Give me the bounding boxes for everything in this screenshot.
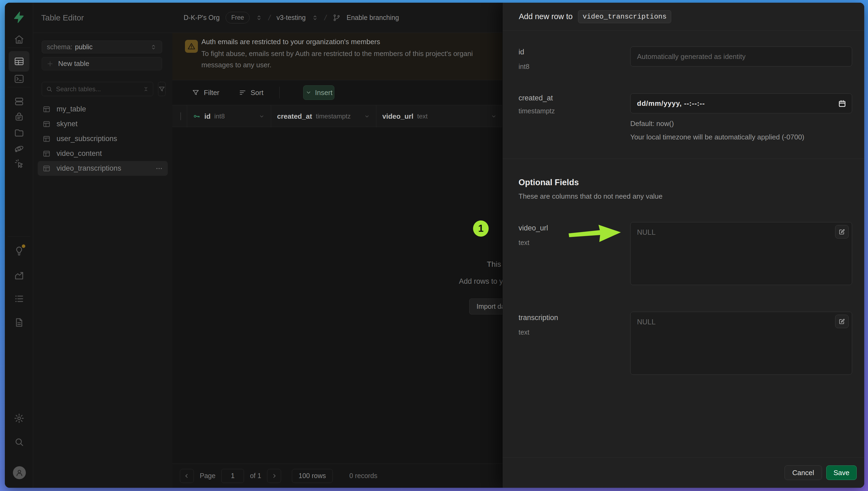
panel-title: Add new row to [519,12,573,21]
table-list-item-selected[interactable]: video_transcriptions [38,161,168,176]
page-number-input[interactable] [221,469,244,483]
new-table-button[interactable]: New table [42,57,162,70]
notification-dot [22,244,25,248]
page-label: Page [200,472,215,480]
nav-table-editor-active[interactable] [9,51,29,71]
table-icon [42,135,51,143]
sort-label: Sort [251,89,264,97]
sql-editor-icon[interactable] [14,74,25,84]
search-tables-input[interactable] [42,82,153,96]
sort-icon [239,89,247,96]
search-tables-field[interactable] [56,85,140,93]
optional-fields-subtitle: These are columns that do not need any v… [519,192,663,201]
selector-icon [150,44,157,51]
org-selector-icon[interactable] [256,14,262,21]
table-sidebar: Table Editor schema: public New table [33,3,172,488]
cancel-button[interactable]: Cancel [784,465,822,480]
table-list-item[interactable]: my_table [38,102,168,117]
database-icon[interactable] [14,96,25,107]
schema-label: schema: [47,43,72,51]
id-input-wrap [630,47,852,66]
banner-body-line1: To fight abuse, emails sent by Auth are … [201,50,473,58]
reports-icon[interactable] [14,270,25,281]
sort-button[interactable]: Sort [239,89,264,97]
filter-button[interactable]: Filter [192,89,220,97]
realtime-icon[interactable] [14,158,25,169]
sidebar-filter-button[interactable] [158,82,166,96]
settings-icon[interactable] [14,413,25,424]
schema-value: public [75,43,92,51]
search-icon[interactable] [14,437,25,447]
column-type: timestamptz [316,113,351,120]
column-header-created-at[interactable]: created_at timestamptz [271,105,376,127]
new-table-label: New table [58,59,89,68]
expand-editor-button[interactable] [835,315,849,328]
optional-fields-title: Optional Fields [519,178,579,187]
plan-badge: Free [226,12,250,23]
select-all-checkbox[interactable] [180,112,181,120]
chevron-down-icon[interactable] [364,113,370,119]
panel-header: Add new row to video_transcriptions [503,3,864,31]
table-name: video_content [57,149,102,158]
table-list-item[interactable]: skynet [38,117,168,132]
chevron-down-icon[interactable] [491,113,497,119]
account-avatar[interactable] [13,466,26,479]
project-selector-icon[interactable] [312,14,318,21]
column-name: video_url [382,112,413,121]
rail-divider [7,48,30,48]
id-input[interactable] [631,47,852,66]
project-name[interactable]: v3-testing [277,14,306,22]
table-name: user_subscriptions [57,135,117,143]
arrow-left-icon [183,472,190,480]
api-docs-icon[interactable] [14,317,25,328]
auth-icon[interactable] [14,111,25,122]
section-divider [503,158,864,159]
rail-divider [7,236,30,237]
chevron-down-icon [305,89,312,96]
table-icon [42,105,51,113]
prev-page-button[interactable] [180,469,194,483]
field-label-created-at: created_at [519,94,553,102]
warning-icon [185,40,198,53]
edge-functions-icon[interactable] [14,143,25,154]
table-list-item[interactable]: user_subscriptions [38,132,168,146]
edit-icon [838,318,845,325]
rows-per-page-button[interactable]: 100 rows [292,469,332,483]
column-header-id[interactable]: id int8 [187,105,271,127]
field-label-id: id [519,48,524,56]
created-at-input[interactable]: dd/mm/yyyy, --:--:-- [630,93,852,113]
home-icon[interactable] [14,34,25,45]
storage-icon[interactable] [14,127,25,138]
advisors-icon[interactable] [14,245,25,256]
schema-select[interactable]: schema: public [42,41,162,53]
page-total: of 1 [250,472,261,480]
field-label-transcription: transcription [519,314,558,322]
app-window: Table Editor schema: public New table [5,3,864,488]
chevron-down-icon[interactable] [258,113,265,119]
sidebar-header: Table Editor [33,3,172,33]
save-button[interactable]: Save [826,465,857,480]
supabase-logo-icon[interactable] [12,11,25,24]
table-list-item[interactable]: video_content [38,146,168,161]
enable-branching-button[interactable]: Enable branching [347,14,399,22]
table-options-icon[interactable] [155,165,163,172]
insert-button[interactable]: Insert [303,85,335,100]
next-page-button[interactable] [267,469,281,483]
org-name[interactable]: D-K-P's Org [183,14,220,22]
table-name: video_transcriptions [57,164,121,173]
column-type: int8 [214,113,225,120]
video-url-textarea[interactable] [631,222,852,285]
table-name-chip: video_transcriptions [578,10,671,23]
table-icon [42,150,51,158]
table-icon [42,165,51,173]
expand-editor-button[interactable] [835,225,849,238]
rail-divider [7,87,30,87]
calendar-icon[interactable] [838,99,846,108]
column-header-video-url[interactable]: video_url text [376,105,503,127]
transcription-textarea[interactable] [631,312,852,374]
logs-icon[interactable] [14,293,25,304]
git-branch-icon [332,14,341,22]
annotation-arrow-icon [568,222,622,243]
banner-body-line2: messages to any user. [201,61,271,69]
table-name: my_table [57,105,86,113]
